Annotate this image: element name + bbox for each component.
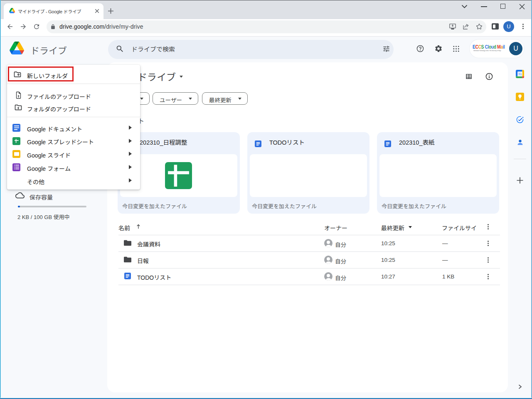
svg-text:31: 31	[518, 72, 522, 76]
